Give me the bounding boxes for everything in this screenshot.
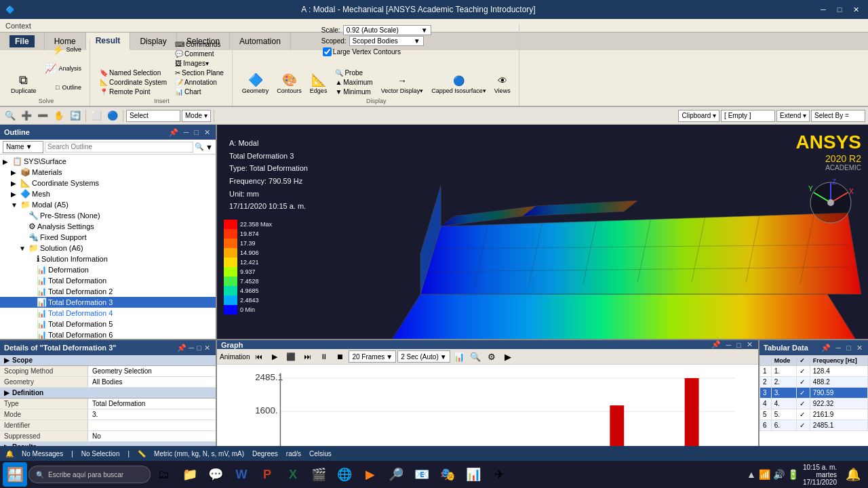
- details-close-button[interactable]: ✕: [203, 344, 212, 352]
- table-row[interactable]: 6 6. ✓ 2485.1: [760, 420, 868, 431]
- taskview-button[interactable]: 🗂: [152, 462, 176, 487]
- tree-item-total-deform-2[interactable]: 📊 Total Deformation 2: [0, 286, 216, 297]
- name-dropdown[interactable]: Name ▼: [3, 141, 43, 153]
- taskbar-whatsapp[interactable]: 💬: [203, 462, 228, 487]
- table-row[interactable]: 2 2. ✓ 488.2: [760, 377, 868, 388]
- taskbar-excel[interactable]: X: [281, 462, 305, 487]
- commands-button[interactable]: ⌨ Commands: [172, 40, 226, 49]
- up-arrow-icon[interactable]: ▲: [747, 469, 756, 480]
- details-max-button[interactable]: □: [195, 344, 203, 352]
- scale-dropdown[interactable]: 0.92 (Auto Scale) ▼: [343, 25, 431, 35]
- graph-pin-button[interactable]: 📌: [710, 340, 722, 349]
- pause-button[interactable]: ⏸: [316, 349, 331, 364]
- type-val[interactable]: Total Deformation: [88, 399, 216, 409]
- rotate-button[interactable]: 🔄: [68, 108, 83, 123]
- comment-button[interactable]: 💬 Comment: [172, 49, 226, 58]
- taskbar-app4[interactable]: 📧: [410, 462, 434, 487]
- play-next-button[interactable]: ⏭: [300, 349, 315, 364]
- tree-item-materials[interactable]: ▶ 📦 Materials: [0, 167, 216, 178]
- maximum-button[interactable]: ▲ Maximum: [332, 78, 375, 87]
- taskbar-file-explorer[interactable]: 📁: [178, 462, 202, 487]
- tree-item-sys-surface[interactable]: ▶ 📋 SYS\Surface: [0, 156, 216, 167]
- outline-max-button[interactable]: □: [193, 128, 200, 136]
- geometry-val[interactable]: All Bodies: [88, 377, 216, 387]
- details-pin-button[interactable]: 📌: [176, 344, 188, 352]
- identifier-val[interactable]: [88, 420, 216, 430]
- notification-button[interactable]: 🔔: [841, 462, 865, 487]
- outline-min-button[interactable]: ─: [182, 128, 191, 136]
- play-button[interactable]: ▶: [267, 349, 282, 364]
- mode-dropdown[interactable]: Mode ▾: [182, 110, 211, 122]
- table-row[interactable]: 4 4. ✓ 922.32: [760, 399, 868, 409]
- tree-item-total-deform-4[interactable]: 📊 Total Deformation 4: [0, 308, 216, 319]
- maximize-button[interactable]: □: [833, 4, 846, 15]
- table-row[interactable]: 1 1. ✓ 128.4: [760, 366, 868, 377]
- duplicate-button[interactable]: ⧉ Duplicate: [8, 58, 39, 96]
- taskbar-clock[interactable]: 10:15 a. m. martes 17/11/2020: [803, 464, 837, 486]
- extend-dropdown[interactable]: Extend ▾: [776, 110, 810, 122]
- tree-item-deformation[interactable]: 📊 Deformation: [0, 264, 216, 275]
- expand-icon[interactable]: ▶: [11, 190, 19, 198]
- taskbar-app6[interactable]: 📊: [461, 462, 486, 487]
- expand-icon[interactable]: ▶: [11, 169, 19, 176]
- stop-button[interactable]: ⬛: [283, 349, 298, 364]
- outline-close-button[interactable]: ✕: [203, 128, 212, 137]
- scoping-method-val[interactable]: Geometry Selection: [88, 366, 216, 376]
- viewport[interactable]: A: Modal Total Deformation 3 Type: Total…: [217, 125, 868, 339]
- table-row[interactable]: 5 5. ✓ 2161.9: [760, 409, 868, 420]
- minimum-button[interactable]: ▼ Minimum: [332, 87, 375, 96]
- large-vertex-check[interactable]: Large Vertex Contours: [321, 47, 431, 57]
- annotation-button[interactable]: 📝 Annotation: [172, 78, 226, 87]
- tree-item-solution-info[interactable]: ℹ Solution Information: [0, 253, 216, 264]
- graph-max-button[interactable]: □: [735, 341, 743, 349]
- tree-item-total-deform-6[interactable]: 📊 Total Deformation 6: [0, 329, 216, 339]
- tree-item-modal-a5[interactable]: ▼ 📁 Modal (A5): [0, 199, 216, 210]
- tabular-max-button[interactable]: □: [845, 344, 852, 352]
- graph-min-button[interactable]: ─: [725, 341, 733, 349]
- taskbar-app3[interactable]: 🔎: [384, 462, 408, 487]
- scope-section[interactable]: ▶ Scope: [0, 355, 216, 366]
- tree-item-total-deform-3[interactable]: 📊 Total Deformation 3: [0, 297, 216, 308]
- remote-point-button[interactable]: 📍 Remote Point: [97, 87, 170, 96]
- taskbar-search[interactable]: 🔍 Escribe aquí para buscar: [28, 466, 151, 483]
- taskbar-app5[interactable]: 🎭: [435, 462, 460, 487]
- expand-icon[interactable]: ▶: [3, 158, 11, 165]
- stop2-button[interactable]: ⏹: [332, 349, 347, 364]
- tree-item-total-deform-5[interactable]: 📊 Total Deformation 5: [0, 319, 216, 329]
- taskbar-vlc[interactable]: ▶: [358, 462, 382, 487]
- table-row-selected[interactable]: 3 3. ✓ 790.59: [760, 388, 868, 399]
- graph-options-button[interactable]: 📊: [452, 349, 467, 364]
- search-outline-input[interactable]: [45, 142, 193, 152]
- taskbar-chrome[interactable]: 🌐: [332, 462, 357, 487]
- section-plane-button[interactable]: ✂ Section Plane: [172, 68, 226, 77]
- graph-zoom-button[interactable]: 🔍: [468, 349, 483, 364]
- analysis-button[interactable]: 📈 Analysis: [42, 60, 85, 77]
- volume-icon[interactable]: 🔊: [773, 469, 785, 480]
- tabular-pin-button[interactable]: 📌: [820, 344, 832, 352]
- tabular-close-button[interactable]: ✕: [855, 344, 864, 352]
- tree-item-pre-stress[interactable]: 🔧 Pre-Stress (None): [0, 210, 216, 221]
- large-vertex-checkbox[interactable]: [323, 47, 332, 56]
- taskbar-app1[interactable]: 🎬: [307, 462, 331, 487]
- edges-button[interactable]: 📐 Edges: [307, 58, 330, 96]
- zoom-fit-button[interactable]: 🔍: [3, 108, 18, 123]
- graph-axes-button[interactable]: ⚙: [484, 349, 499, 364]
- expand-icon[interactable]: ▼: [11, 201, 19, 209]
- clipboard-dropdown[interactable]: Clipboard ▾: [678, 110, 719, 122]
- taskbar-powerpoint[interactable]: P: [255, 462, 279, 487]
- details-min-button[interactable]: ─: [188, 344, 196, 352]
- coordinate-system-button[interactable]: 📐 Coordinate System: [97, 78, 170, 87]
- pan-button[interactable]: ✋: [52, 108, 66, 123]
- frames-dropdown[interactable]: 20 Frames ▼: [349, 350, 396, 363]
- vector-display-button[interactable]: → Vector Display▾: [378, 58, 427, 96]
- play-prev-button[interactable]: ⏮: [251, 349, 266, 364]
- lasso-button[interactable]: 🔵: [105, 108, 120, 123]
- expand-icon[interactable]: ▶: [11, 180, 19, 187]
- outline-button[interactable]: □ Outline: [42, 79, 85, 96]
- zoom-in-button[interactable]: ➕: [19, 108, 34, 123]
- tree-item-total-deform-1[interactable]: 📊 Total Deformation: [0, 275, 216, 286]
- contours-button[interactable]: 🎨 Contours: [274, 58, 304, 96]
- tabular-min-button[interactable]: ─: [835, 344, 843, 352]
- probe-button[interactable]: 🔍 Probe: [332, 68, 375, 77]
- geometry-button[interactable]: 🔷 Geometry: [239, 58, 272, 96]
